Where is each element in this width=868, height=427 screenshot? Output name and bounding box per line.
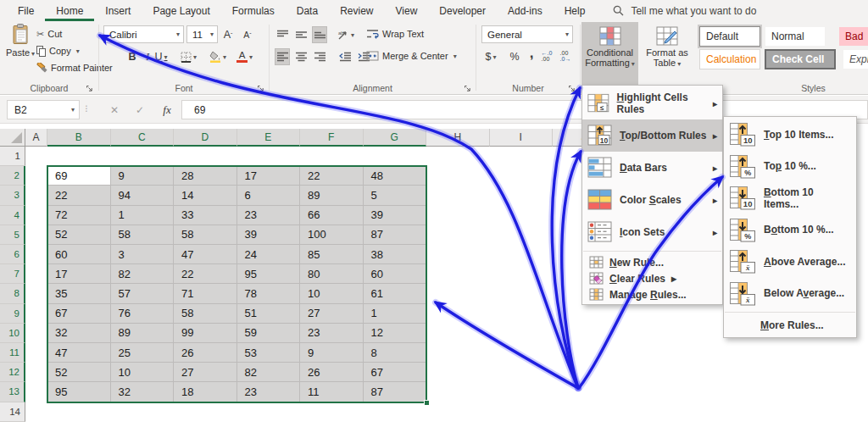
cell-C8[interactable]: 57: [111, 284, 175, 303]
style-chip-normal[interactable]: Normal: [765, 26, 826, 47]
cell-B10[interactable]: 32: [47, 324, 111, 343]
cell-D5[interactable]: 58: [174, 225, 237, 245]
cell-C7[interactable]: 82: [111, 264, 175, 284]
menu-item-color-scales[interactable]: Color Scales ▸: [582, 184, 722, 216]
cell-D11[interactable]: 26: [174, 343, 237, 363]
cell-C2[interactable]: 9: [111, 166, 175, 186]
row-header-3[interactable]: 3: [0, 186, 25, 205]
fill-color-button[interactable]: [209, 48, 226, 65]
column-header-F[interactable]: F: [300, 129, 364, 147]
cell-B5[interactable]: 52: [47, 225, 111, 245]
copy-button[interactable]: Copy: [36, 43, 80, 58]
cell-G11[interactable]: 8: [364, 343, 427, 363]
menu-item-icon-sets[interactable]: Icon Sets ▸: [582, 216, 722, 248]
row-header-13[interactable]: 13: [0, 382, 25, 402]
menu-item-more-rules[interactable]: More Rules...: [724, 315, 856, 336]
cell-E9[interactable]: 51: [237, 304, 301, 324]
menu-item-top-bottom-rules[interactable]: 10 Top/Bottom Rules ▸: [582, 119, 722, 152]
row-header-8[interactable]: 8: [0, 284, 25, 303]
menu-item-manage-rules[interactable]: Manage Rules...: [582, 286, 722, 302]
tab-page-layout[interactable]: Page Layout: [142, 0, 220, 21]
row-header-10[interactable]: 10: [0, 324, 25, 343]
tab-add-ins[interactable]: Add-ins: [497, 0, 554, 21]
selection-fill-handle[interactable]: [424, 400, 430, 406]
tab-data[interactable]: Data: [286, 0, 329, 21]
align-left-button[interactable]: [275, 48, 290, 65]
column-header-E[interactable]: E: [237, 129, 301, 147]
tab-home[interactable]: Home: [45, 0, 94, 21]
bottom-align-button[interactable]: [312, 26, 327, 43]
font-size-combo[interactable]: 11▾: [186, 25, 218, 43]
cell-F11[interactable]: 9: [300, 343, 364, 363]
cell-C13[interactable]: 32: [111, 382, 175, 402]
menu-item-below-average[interactable]: x̄ Below Average...: [724, 278, 856, 310]
cell-C5[interactable]: 58: [111, 225, 175, 245]
row-header-2[interactable]: 2: [0, 166, 25, 186]
menu-item-data-bars[interactable]: Data Bars ▸: [582, 152, 722, 184]
row-header-5[interactable]: 5: [0, 225, 25, 245]
cell-D6[interactable]: 47: [174, 245, 237, 264]
style-chip-bad[interactable]: Bad: [838, 26, 868, 47]
grow-font-button[interactable]: Aˆ: [220, 26, 236, 43]
cell-F3[interactable]: 89: [300, 186, 364, 205]
cell-G12[interactable]: 67: [364, 363, 427, 382]
tab-file[interactable]: File: [7, 0, 45, 21]
style-chip-default[interactable]: Default: [699, 26, 760, 47]
tab-help[interactable]: Help: [554, 0, 597, 21]
cell-B12[interactable]: 52: [47, 363, 111, 382]
cell-F5[interactable]: 100: [300, 225, 364, 245]
cell-D8[interactable]: 71: [174, 284, 237, 303]
cell-D9[interactable]: 58: [174, 304, 237, 324]
cell-B4[interactable]: 72: [47, 206, 111, 225]
cell-D10[interactable]: 99: [174, 324, 237, 343]
cell-E4[interactable]: 23: [237, 206, 301, 225]
cell-E11[interactable]: 53: [237, 343, 301, 363]
cell-D7[interactable]: 22: [174, 264, 237, 284]
percent-style-button[interactable]: %: [507, 48, 522, 65]
cell-G3[interactable]: 5: [364, 186, 427, 205]
cell-E12[interactable]: 82: [237, 363, 301, 382]
font-dialog-launcher[interactable]: [257, 81, 266, 91]
cell-G8[interactable]: 61: [364, 284, 427, 303]
column-header-A[interactable]: A: [25, 129, 47, 147]
top-align-button[interactable]: [275, 26, 290, 43]
cell-C12[interactable]: 10: [111, 363, 175, 382]
cell-E5[interactable]: 39: [237, 225, 301, 245]
column-header-C[interactable]: C: [111, 129, 175, 147]
cell-G13[interactable]: 87: [364, 382, 427, 402]
cell-F7[interactable]: 80: [300, 264, 364, 284]
row-header-4[interactable]: 4: [0, 206, 25, 225]
font-color-button[interactable]: A: [236, 48, 253, 65]
row-header-1[interactable]: 1: [0, 147, 25, 166]
cell-G7[interactable]: 60: [364, 264, 427, 284]
tab-insert[interactable]: Insert: [94, 0, 142, 21]
paste-button[interactable]: Paste: [5, 24, 36, 58]
cell-G9[interactable]: 1: [364, 304, 427, 324]
formula-bar-handle[interactable]: ⁝: [85, 103, 88, 114]
cell-D12[interactable]: 27: [174, 363, 237, 382]
middle-align-button[interactable]: [293, 26, 309, 43]
merge-center-button[interactable]: Merge & Center: [366, 48, 457, 64]
menu-item-top-10-percent[interactable]: % Top 10 %...: [724, 151, 856, 183]
increase-decimal-button[interactable]: ←.0 .00: [539, 47, 554, 64]
cell-G4[interactable]: 39: [364, 206, 427, 225]
cell-C6[interactable]: 3: [111, 245, 175, 264]
tell-me-search[interactable]: Tell me what you want to do: [613, 5, 756, 17]
insert-function-button[interactable]: fx: [156, 100, 178, 119]
style-chip-calculation[interactable]: Calculation: [699, 49, 760, 69]
cell-B9[interactable]: 67: [47, 304, 111, 324]
cell-E6[interactable]: 24: [237, 245, 301, 264]
accounting-format-button[interactable]: $: [483, 48, 498, 65]
conditional-formatting-button[interactable]: Conditional Formatting: [581, 22, 638, 85]
cell-E2[interactable]: 17: [237, 166, 301, 186]
cell-G6[interactable]: 38: [364, 245, 427, 264]
cell-B8[interactable]: 35: [47, 284, 111, 303]
cell-D2[interactable]: 28: [174, 166, 237, 186]
menu-item-new-rule[interactable]: New Rule...: [582, 254, 722, 270]
wrap-text-button[interactable]: Wrap Text: [366, 26, 424, 42]
cell-G5[interactable]: 87: [364, 225, 427, 245]
bold-button[interactable]: B: [125, 48, 140, 65]
tab-formulas[interactable]: Formulas: [221, 0, 286, 21]
column-header-G[interactable]: G: [364, 129, 427, 147]
column-header-I[interactable]: I: [490, 129, 554, 147]
